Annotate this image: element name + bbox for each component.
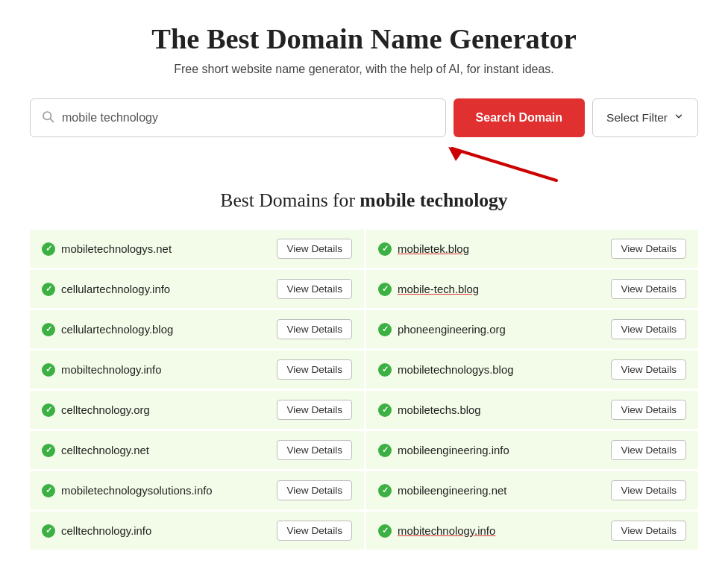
domain-name: phoneengineering.org [398,324,506,336]
available-icon [378,363,392,377]
available-icon [378,242,392,256]
view-details-button[interactable]: View Details [277,279,352,299]
view-details-button[interactable]: View Details [277,440,352,460]
view-details-button[interactable]: View Details [277,400,352,420]
domain-row-left: mobiltechnology.info View Details [30,351,364,391]
domain-name: cellulartechnology.info [61,283,170,295]
domain-left: mobileengineering.net [378,484,506,497]
domain-name: mobile-tech.blog [398,283,479,295]
domain-row-left: celltechnology.net View Details [30,431,364,471]
domain-left: phoneengineering.org [378,323,506,336]
available-icon [378,484,392,497]
page-title: The Best Domain Name Generator [30,22,698,55]
domain-row-right: mobiletechnologys.blog View Details [364,351,698,391]
view-details-button[interactable]: View Details [611,359,686,380]
view-details-button[interactable]: View Details [277,521,352,541]
available-icon [42,524,55,538]
select-filter-button[interactable]: Select Filter [592,98,698,137]
domain-left: mobiletechs.blog [378,403,481,417]
available-icon [42,242,55,256]
domain-left: cellulartechnology.info [42,283,170,296]
domain-name: mobiletek.blog [398,243,469,255]
svg-marker-3 [448,147,463,161]
available-icon [378,323,392,336]
svg-line-2 [452,148,556,180]
domain-name: mobileengineering.net [398,485,506,497]
filter-label: Select Filter [606,111,668,125]
domain-row-right: phoneengineering.org View Details [364,310,698,351]
domain-name: cellulartechnology.blog [61,324,173,336]
domain-row-right: mobiletek.blog View Details [364,230,698,270]
view-details-button[interactable]: View Details [611,239,686,259]
domain-left: mobiletek.blog [378,242,469,256]
domain-left: cellulartechnology.blog [42,323,173,336]
domain-row-right: mobile-tech.blog View Details [364,270,698,310]
view-details-button[interactable]: View Details [611,521,686,541]
domain-left: mobiletechnologys.net [42,242,172,256]
domain-left: celltechnology.org [42,403,150,417]
page-subtitle: Free short website name generator, with … [30,63,698,76]
view-details-button[interactable]: View Details [277,480,352,500]
domain-row-right: mobileengineering.net View Details [364,471,698,512]
domain-row-right: mobiletechs.blog View Details [364,391,698,431]
arrow-svg [407,145,571,182]
available-icon [42,484,55,497]
view-details-button[interactable]: View Details [277,239,352,259]
domain-left: mobiletechnologysolutions.info [42,484,213,497]
domain-left: celltechnology.info [42,524,151,538]
domain-row-left: celltechnology.info View Details [30,512,364,552]
svg-line-1 [50,119,53,122]
available-icon [42,283,55,296]
domain-row-left: cellulartechnology.info View Details [30,270,364,310]
heading-prefix: Best Domains for [220,189,360,211]
search-icon [41,110,54,126]
available-icon [42,363,55,377]
domain-left: mobiltechnology.info [42,363,162,377]
search-input[interactable] [62,111,435,125]
domain-name: celltechnology.info [61,525,151,537]
chevron-down-icon [674,111,684,125]
domain-left: celltechnology.net [42,444,149,457]
domain-name: mobiletechs.blog [398,404,481,416]
domain-row-left: cellulartechnology.blog View Details [30,310,364,351]
domain-name: mobiletechnologys.blog [398,364,513,376]
search-input-wrapper [30,98,446,137]
search-domain-button[interactable]: Search Domain [454,98,585,137]
view-details-button[interactable]: View Details [277,319,352,339]
view-details-button[interactable]: View Details [277,359,352,380]
arrow-annotation [30,145,698,182]
domain-name: mobileengineering.info [398,444,509,456]
domain-name: mobiltechnology.info [61,364,162,376]
domain-name: mobitechnology.info [398,525,495,537]
available-icon [378,444,392,457]
available-icon [42,323,55,336]
available-icon [42,403,55,417]
view-details-button[interactable]: View Details [611,480,686,500]
search-bar: Search Domain Select Filter [30,98,698,137]
view-details-button[interactable]: View Details [611,440,686,460]
domain-row-left: mobiletechnologys.net View Details [30,230,364,270]
heading-query: mobile technology [360,189,507,211]
domain-name: celltechnology.net [61,444,149,456]
domain-left: mobitechnology.info [378,524,495,538]
domain-left: mobile-tech.blog [378,283,479,296]
domain-name: mobiletechnologys.net [61,243,172,255]
domain-row-left: celltechnology.org View Details [30,391,364,431]
domain-name: mobiletechnologysolutions.info [61,485,213,497]
view-details-button[interactable]: View Details [611,279,686,299]
available-icon [42,444,55,457]
domain-left: mobileengineering.info [378,444,509,457]
domain-row-right: mobileengineering.info View Details [364,431,698,471]
domains-grid: mobiletechnologys.net View Details mobil… [30,230,698,552]
domain-row-right: mobitechnology.info View Details [364,512,698,552]
view-details-button[interactable]: View Details [611,400,686,420]
domain-left: mobiletechnologys.blog [378,363,513,377]
domain-row-left: mobiletechnologysolutions.info View Deta… [30,471,364,512]
domain-name: celltechnology.org [61,404,150,416]
available-icon [378,524,392,538]
results-heading: Best Domains for mobile technology [30,189,698,212]
available-icon [378,403,392,417]
available-icon [378,283,392,296]
view-details-button[interactable]: View Details [611,319,686,339]
